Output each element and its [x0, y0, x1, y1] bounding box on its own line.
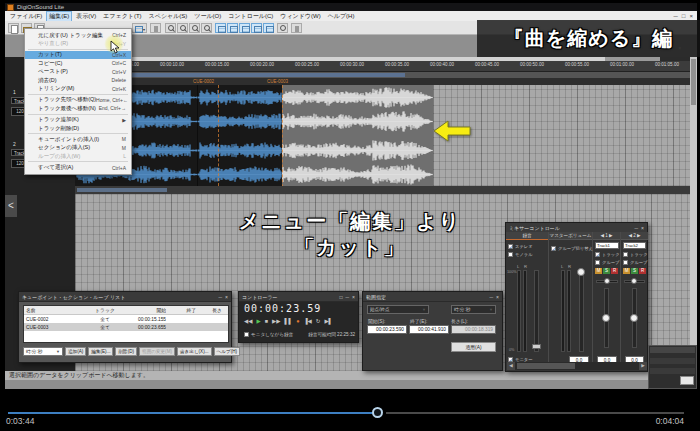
- close-icon[interactable]: ×: [689, 12, 693, 20]
- transport-button[interactable]: ↻: [316, 318, 321, 325]
- transport-button[interactable]: ▶▌: [324, 318, 332, 325]
- menu-item[interactable]: トラック削除(D): [25, 124, 131, 132]
- menu-item[interactable]: すべて選択(A)Ctrl+A: [25, 163, 131, 171]
- view-track-2-icon[interactable]: [239, 23, 250, 33]
- cue-marker-label[interactable]: CUE-0002: [193, 79, 214, 84]
- cue-list-button[interactable]: 削除(D): [115, 347, 137, 356]
- minimize-icon[interactable]: ─: [674, 12, 678, 20]
- transport-button[interactable]: ▌▌: [285, 318, 293, 325]
- view-track-1-icon[interactable]: [227, 23, 238, 33]
- maximize-icon[interactable]: □: [682, 12, 686, 20]
- track1-fader-knob[interactable]: [602, 314, 610, 322]
- record-level-fader[interactable]: [534, 270, 539, 352]
- transport-button[interactable]: ▐◀: [304, 318, 312, 325]
- video-progress-played[interactable]: [8, 412, 377, 414]
- record-monitor-checkbox[interactable]: [244, 332, 249, 337]
- refresh-icon[interactable]: [277, 23, 288, 33]
- menubar-item-window[interactable]: ウィンドウ(W): [277, 11, 323, 22]
- master-fader-knob[interactable]: [577, 268, 585, 276]
- record-arm-button[interactable]: R: [611, 268, 618, 274]
- zoom-in-icon[interactable]: [165, 23, 176, 33]
- transport-button[interactable]: ●: [296, 318, 299, 325]
- stereo-checkbox[interactable]: [508, 244, 513, 249]
- track2-pan-knob[interactable]: [631, 278, 637, 284]
- view-mixer-icon[interactable]: [263, 23, 274, 33]
- menu-item[interactable]: ループの挿入(W)L: [25, 152, 131, 160]
- monitor-checkbox[interactable]: [508, 357, 513, 362]
- track-edit-dropdown-icon[interactable]: ▾: [132, 23, 147, 33]
- view-wave-icon[interactable]: [215, 23, 226, 33]
- cue-list-titlebar[interactable]: キューポイント・セクション・ループ リスト ─×: [19, 292, 231, 302]
- transport-button[interactable]: ◀◀: [244, 318, 252, 325]
- transport-button[interactable]: ▶▶: [272, 318, 280, 325]
- solo-button[interactable]: S: [603, 268, 610, 274]
- menu-item[interactable]: セクションの挿入(S)M: [25, 144, 131, 152]
- menu-item[interactable]: トリミング(M)Ctrl+K: [25, 84, 131, 92]
- controller-titlebar[interactable]: コントローラー □─×: [239, 292, 358, 302]
- new-file-icon[interactable]: [8, 23, 19, 33]
- close-icon[interactable]: ×: [641, 224, 644, 232]
- time-format-select[interactable]: 時:分:秒 ▼: [23, 347, 63, 356]
- track-scroll-strip[interactable]: [75, 186, 690, 194]
- menu-item[interactable]: トラック追加(K)▶: [25, 116, 131, 124]
- transport-button[interactable]: ■: [265, 318, 268, 325]
- range-start-field[interactable]: 00:00:23.590: [367, 325, 407, 334]
- snapshot-icon[interactable]: [291, 23, 302, 33]
- close-icon[interactable]: ×: [225, 293, 228, 301]
- mixer-scroll-thumb[interactable]: [517, 363, 575, 369]
- scroll-left-icon[interactable]: ◀: [507, 362, 515, 370]
- range-mode-select[interactable]: 始点/終点 ▼: [367, 305, 429, 314]
- minimize-icon[interactable]: ─: [219, 293, 223, 301]
- menu-item[interactable]: トラック先頭へ移動(Q)Home, Ctrl+←: [25, 96, 131, 104]
- track2-fader-knob[interactable]: [630, 314, 638, 322]
- group-checkbox[interactable]: [595, 260, 600, 265]
- menubar-item-effect[interactable]: エフェクト(T): [100, 11, 144, 22]
- track1-pan-knob[interactable]: [604, 278, 610, 284]
- record-fader-handle[interactable]: [532, 344, 541, 349]
- cue-list-button[interactable]: ヘルプ(H): [214, 347, 240, 356]
- minimize-icon[interactable]: ─: [635, 224, 639, 232]
- zoom-vertical-icon[interactable]: [201, 23, 212, 33]
- view-track-3-icon[interactable]: [251, 23, 262, 33]
- solo-button[interactable]: S: [631, 268, 638, 274]
- minimize-icon[interactable]: ─: [346, 293, 350, 301]
- track2-name[interactable]: Track2: [623, 242, 646, 249]
- zoom-horizontal-icon[interactable]: [189, 23, 200, 33]
- menubar-item-file[interactable]: ファイル(F): [7, 11, 45, 22]
- table-row[interactable]: CUE-0002 全て 00:00:15.155: [24, 315, 228, 323]
- zoom-out-icon[interactable]: [177, 23, 188, 33]
- group-checkbox[interactable]: [623, 260, 628, 265]
- menu-item[interactable]: ペースト(P)Ctrl+V: [25, 68, 131, 76]
- range-end-field[interactable]: 00:00:41.910: [409, 325, 449, 334]
- menubar-item-view[interactable]: 表示(V): [73, 11, 99, 22]
- menubar-item-help[interactable]: ヘルプ(H): [325, 11, 358, 22]
- scroll-right-icon[interactable]: ▶: [639, 362, 647, 370]
- cue-list-button[interactable]: 追加(A): [65, 347, 86, 356]
- menubar-item-special[interactable]: スペシャル(S): [146, 11, 191, 22]
- vertical-scrollbar[interactable]: [690, 57, 697, 371]
- close-icon[interactable]: ×: [496, 293, 499, 301]
- menubar-item-tool[interactable]: ツール(O): [191, 11, 224, 22]
- cue-list-button[interactable]: 書き出し(X)...: [177, 347, 212, 356]
- mixer-scrollbar[interactable]: ◀ ▶: [507, 362, 647, 370]
- video-progress-handle[interactable]: [372, 407, 383, 418]
- menu-item[interactable]: コピー(C)Ctrl+C: [25, 59, 131, 67]
- mute-button[interactable]: M: [595, 268, 602, 274]
- track1-name[interactable]: Track1: [595, 242, 619, 249]
- apply-button[interactable]: 適用(A): [451, 342, 496, 352]
- menu-item[interactable]: キューポイントの挿入(I)M: [25, 135, 131, 143]
- track-checkbox[interactable]: [623, 252, 628, 257]
- track-scroll-thumb[interactable]: [77, 188, 167, 192]
- track-checkbox[interactable]: [595, 252, 600, 257]
- time-ruler[interactable]: 00:00:05.0000:00:10.0000:00:15.0000:00:2…: [75, 61, 690, 72]
- menu-item[interactable]: トラック最後へ移動(N)End, Ctrl+→: [25, 104, 131, 112]
- transport-button[interactable]: ▶: [256, 318, 260, 325]
- group-switch-checkbox[interactable]: [551, 246, 556, 251]
- cue-list-button[interactable]: 範囲の変更(M): [139, 347, 175, 356]
- cue-list-button[interactable]: 編集(E)...: [88, 347, 113, 356]
- menubar-item-edit[interactable]: 編集(E): [46, 11, 72, 22]
- maximize-icon[interactable]: □: [340, 293, 343, 301]
- mute-button[interactable]: M: [623, 268, 630, 274]
- collapse-panel-chevron[interactable]: <: [5, 195, 17, 217]
- vertical-scrollbar-thumb[interactable]: [691, 59, 696, 105]
